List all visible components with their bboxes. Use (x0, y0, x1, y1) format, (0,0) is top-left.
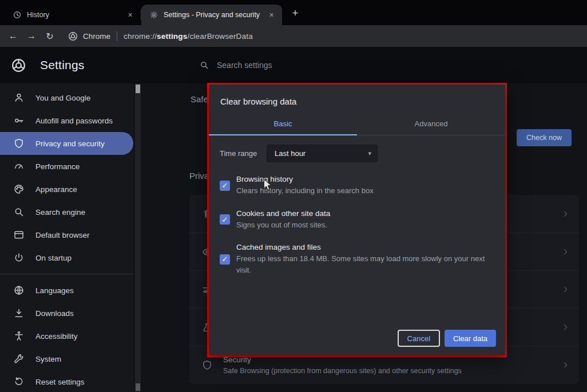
sidebar-item-label: Accessibility (35, 332, 78, 341)
tab-strip: History × Settings - Privacy and securit… (0, 0, 587, 25)
url-separator (117, 31, 117, 41)
annotation-rectangle: Clear browsing data Basic Advanced Time … (207, 83, 507, 357)
page-title: Settings (40, 58, 84, 72)
settings-search-input[interactable]: Search settings (199, 60, 272, 70)
clear-data-button[interactable]: Clear data (445, 330, 496, 347)
chevron-right-icon (562, 210, 569, 218)
reset-icon (13, 376, 25, 387)
tab-history[interactable]: History × (5, 5, 141, 25)
mouse-cursor (263, 179, 273, 191)
tab-advanced[interactable]: Advanced (357, 115, 505, 135)
sidebar-item-default-browser[interactable]: Default browser (0, 223, 133, 246)
tab-title: Settings - Privacy and security (164, 11, 262, 19)
sidebar-item-label: Privacy and security (35, 139, 105, 148)
option-description: Clears history, including in the search … (236, 185, 374, 197)
safety-check-heading: Safe (191, 94, 208, 104)
settings-header: Settings Search settings (0, 47, 587, 83)
shield-icon (201, 359, 213, 371)
sidebar-divider (0, 274, 133, 274)
back-button[interactable]: ← (5, 27, 22, 45)
site-chrome-icon (68, 31, 78, 42)
chevron-right-icon (562, 248, 569, 255)
sidebar-item-label: Autofill and passwords (35, 117, 113, 125)
sidebar-item-on-startup[interactable]: On startup (0, 246, 133, 269)
url-brand-label: Chrome (83, 32, 110, 41)
option-label: Browsing history (236, 175, 374, 183)
time-range-row: Time range Last hour ▾ (220, 145, 494, 162)
sidebar-item-system[interactable]: System (0, 347, 133, 370)
sidebar-item-search-engine[interactable]: Search engine (0, 201, 133, 223)
check-now-button[interactable]: Check now (517, 129, 572, 146)
option-list: ✓Browsing historyClears history, includi… (220, 175, 494, 275)
sidebar-item-label: Reset settings (35, 378, 85, 386)
accessibility-icon (13, 330, 25, 342)
time-range-select[interactable]: Last hour ▾ (267, 145, 378, 162)
palette-icon (13, 183, 25, 195)
chevron-right-icon (562, 286, 569, 293)
chrome-window: History × Settings - Privacy and securit… (0, 0, 587, 392)
sidebar-item-label: Performance (35, 162, 80, 171)
download-icon (13, 307, 25, 319)
close-tab-icon[interactable]: × (125, 10, 135, 20)
option-row-1: ✓Cookies and other site dataSigns you ou… (220, 209, 494, 231)
dropdown-caret-icon: ▾ (368, 150, 371, 157)
browser-toolbar: ← → ↻ Chrome chrome://settings/clearBrow… (0, 25, 587, 47)
sidebar-scrollbar[interactable] (135, 83, 141, 392)
scrollbar-down-button[interactable] (136, 383, 140, 391)
search-icon (13, 206, 25, 218)
sidebar-item-appearance[interactable]: Appearance (0, 178, 133, 201)
clear-browsing-data-dialog: Clear browsing data Basic Advanced Time … (209, 85, 505, 355)
dialog-body: Time range Last hour ▾ ✓Browsing history… (209, 135, 505, 330)
option-label: Cookies and other site data (236, 209, 330, 218)
browser-icon (13, 229, 25, 241)
sidebar-item-accessibility[interactable]: Accessibility (0, 325, 133, 347)
search-icon (199, 60, 209, 70)
scrollbar-thumb[interactable] (136, 85, 140, 93)
globe-icon (13, 285, 25, 296)
new-tab-button[interactable]: + (287, 5, 303, 21)
sidebar-item-label: You and Google (35, 94, 90, 102)
time-range-value: Last hour (275, 149, 306, 158)
reload-button[interactable]: ↻ (41, 27, 58, 45)
tab-settings[interactable]: Settings - Privacy and security × (141, 5, 282, 25)
sidebar-item-label: System (35, 355, 61, 363)
sidebar-item-privacy[interactable]: Privacy and security (0, 132, 133, 155)
option-row-0: ✓Browsing historyClears history, includi… (220, 175, 494, 197)
option-checkbox-2[interactable]: ✓ (220, 254, 230, 265)
history-tab-icon (13, 10, 22, 19)
tab-basic[interactable]: Basic (209, 115, 357, 135)
dialog-actions: Cancel Clear data (209, 330, 505, 355)
option-checkbox-1[interactable]: ✓ (220, 214, 230, 225)
settings-tab-icon (149, 10, 158, 19)
wrench-icon (13, 353, 25, 365)
key-icon (13, 115, 25, 126)
chevron-right-icon (562, 323, 569, 331)
option-checkbox-0[interactable]: ✓ (220, 181, 230, 191)
sidebar-item-you-and-google[interactable]: You and Google (0, 86, 133, 109)
sidebar-item-performance[interactable]: Performance (0, 155, 133, 178)
row-subtitle: Safe Browsing (protection from dangerous… (223, 367, 462, 375)
sidebar-item-downloads[interactable]: Downloads (0, 302, 133, 325)
power-icon (13, 252, 25, 263)
sidebar-item-languages[interactable]: Languages (0, 279, 133, 302)
shield-icon (13, 138, 25, 149)
privacy-section-heading: Priva (189, 171, 209, 181)
sidebar: You and GoogleAutofill and passwordsPriv… (0, 83, 133, 392)
sidebar-item-label: Default browser (35, 231, 90, 239)
forward-button[interactable]: → (23, 27, 40, 45)
dialog-title: Clear browsing data (209, 85, 505, 115)
sidebar-item-label: On startup (35, 254, 72, 262)
sidebar-item-label: Downloads (35, 309, 74, 318)
cancel-button[interactable]: Cancel (398, 330, 440, 347)
speedometer-icon (13, 161, 25, 172)
option-label: Cached images and files (236, 243, 491, 251)
option-description: Signs you out of most sites. (236, 219, 330, 231)
tab-title: History (27, 11, 121, 19)
address-bar[interactable]: chrome://settings/clearBrowserData (124, 32, 253, 41)
close-tab-icon[interactable]: × (267, 10, 276, 20)
sidebar-item-reset-settings[interactable]: Reset settings (0, 370, 133, 392)
time-range-label: Time range (220, 149, 267, 158)
chevron-right-icon (562, 361, 569, 369)
sidebar-item-autofill[interactable]: Autofill and passwords (0, 109, 133, 132)
sidebar-item-label: Languages (35, 286, 74, 295)
